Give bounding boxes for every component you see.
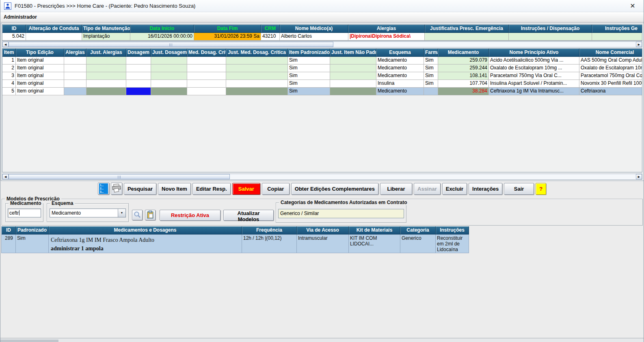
grid-cell[interactable]: 4 (2, 80, 16, 87)
column-header[interactable]: Instruções / Dispensação (509, 25, 592, 32)
column-header[interactable]: Kit de Materiais (349, 226, 400, 234)
pesquisar-button[interactable]: Pesquisar (124, 183, 156, 195)
grid-cell[interactable] (151, 80, 187, 87)
column-header[interactable]: Instruções Ge (592, 25, 642, 32)
grid-cell[interactable]: |Dipirona\Dipirona Sódica\ (348, 33, 425, 40)
column-header[interactable]: CRM (261, 25, 280, 32)
column-header[interactable]: Nome Médico(a) (280, 25, 348, 32)
grid-cell[interactable] (509, 33, 592, 40)
grid-cell[interactable] (226, 88, 288, 95)
grid-cell[interactable]: Oxalato de Escitalopram 10mg ... (489, 65, 579, 72)
grid-cell[interactable] (592, 33, 642, 40)
grid-cell[interactable] (126, 65, 151, 72)
grid-cell[interactable]: Reconstituir em 2ml de Lidocaína (436, 234, 469, 253)
grid-cell[interactable]: 2 (2, 65, 16, 72)
grid-cell[interactable] (64, 88, 86, 95)
column-header[interactable]: Alergias (64, 49, 86, 56)
grid-cell[interactable] (86, 88, 126, 95)
column-header[interactable]: ID (2, 226, 16, 234)
model-row[interactable]: 289 Sim Ceftriaxona 1g IM IM Frasco Ampo… (2, 234, 469, 253)
grid-cell[interactable]: 5 (2, 88, 16, 95)
grid-cell[interactable]: Sim (288, 57, 330, 64)
grid-cell[interactable] (126, 72, 151, 80)
column-header[interactable]: Data Início (130, 25, 194, 32)
grid-cell[interactable]: Sim (16, 234, 49, 253)
item-row[interactable]: 2Item originalSimMedicamentoSim259.244Ox… (2, 65, 642, 72)
column-header[interactable]: Categoria (400, 226, 436, 234)
grid-cell[interactable]: Novomix 30 Penfill Refil 100UI (579, 80, 642, 87)
grid-cell[interactable]: 289 (2, 234, 16, 253)
grid-cell[interactable] (86, 57, 126, 64)
grid-cell[interactable]: Alberto Carlos (280, 33, 348, 40)
grid-cell[interactable]: 38.284 (438, 88, 489, 95)
scrollbar-thumb[interactable] (9, 42, 333, 47)
grid-cell[interactable] (151, 88, 187, 95)
grid-cell[interactable]: 1 (2, 57, 16, 64)
grid-cell[interactable] (86, 65, 126, 72)
column-header[interactable]: Justificativa Presc. Emergência (425, 25, 509, 32)
grid-cell[interactable]: Sim (424, 80, 438, 87)
atualizar-modelos-button[interactable]: Atualizar Modelos (223, 210, 274, 221)
column-header[interactable]: Medicamentos e Dosagens (49, 226, 242, 234)
grid-cell[interactable] (187, 80, 226, 87)
column-header[interactable]: Esquema (376, 49, 424, 56)
grid-cell[interactable]: 107.704 (438, 80, 489, 87)
column-header[interactable]: Just. Med. Dosag. Crítica (226, 49, 288, 56)
column-header[interactable]: Med. Dosag. Crít (187, 49, 226, 56)
excluir-button[interactable]: Excluir (442, 183, 467, 195)
grid-cell[interactable]: Item original (16, 80, 64, 87)
column-header[interactable]: Padronizado (16, 226, 49, 234)
grid-cell[interactable]: Item original (16, 88, 64, 95)
novo-item-button[interactable]: Novo Item (158, 183, 191, 195)
grid-cell[interactable]: Sim (424, 57, 438, 64)
grid-cell[interactable] (424, 88, 438, 95)
sair-button[interactable]: Sair (504, 183, 534, 195)
grid-cell[interactable]: Ceftriaxona 1g IM Via Intramusc... (489, 88, 579, 95)
grid-cell[interactable]: Medicamento (376, 72, 424, 80)
column-header[interactable]: Tipo de Manutenção (82, 25, 130, 32)
grid-cell[interactable]: AAS 500mg Oral Comp Adulto (579, 57, 642, 64)
grid-cell[interactable] (64, 65, 86, 72)
grid-cell[interactable]: 3 (2, 72, 16, 80)
column-header[interactable]: Just. Item Não Padrão (330, 49, 376, 56)
grid-cell[interactable]: 5.042 (2, 33, 26, 40)
scroll-right-icon[interactable]: ▶ (636, 42, 642, 47)
grid-cell[interactable]: Sim (288, 65, 330, 72)
grid-cell[interactable] (151, 57, 187, 64)
grid-cell[interactable] (330, 72, 376, 80)
column-header[interactable]: Nome Princípio Ativo (489, 49, 579, 56)
grid-cell[interactable]: Insulina (376, 80, 424, 87)
grid-cell[interactable] (26, 33, 82, 40)
print-button[interactable] (111, 183, 122, 195)
item-row[interactable]: 1Item originalSimMedicamentoSim259.079Ac… (2, 57, 642, 65)
grid-cell[interactable]: Medicamento (376, 88, 424, 95)
grid-cell[interactable] (226, 72, 288, 80)
obter-edicoes-complementares-button[interactable]: Obter Edições Complementares (291, 183, 378, 195)
liberar-button[interactable]: Liberar (380, 183, 412, 195)
grid-cell[interactable]: 12h / 12h |(00,12) (242, 234, 297, 253)
grid-cell[interactable] (330, 88, 376, 95)
salvar-button[interactable]: Salvar (232, 183, 260, 195)
column-header[interactable]: Just. Dosagem (151, 49, 187, 56)
grid-cell[interactable] (86, 80, 126, 87)
scrollbar-thumb[interactable] (9, 174, 230, 179)
column-header[interactable]: Alergias (348, 25, 425, 32)
grid-cell[interactable]: 43210 (261, 33, 280, 40)
grid-cell[interactable]: Acido Acetilsalicilico 500mg Via ... (489, 57, 579, 64)
grid-cell[interactable] (151, 65, 187, 72)
column-header[interactable]: Tipo Edição (16, 49, 64, 56)
item-row[interactable]: 3Item originalSimMedicamentoSim108.141Pa… (2, 72, 642, 80)
grid-cell[interactable] (425, 33, 509, 40)
grid-cell[interactable]: Sim (424, 72, 438, 80)
column-header[interactable]: Instruções (436, 226, 469, 234)
grid-cell[interactable] (330, 57, 376, 64)
column-header[interactable]: Item Padronizado (288, 49, 330, 56)
grid-cell[interactable] (187, 57, 226, 64)
grid-cell[interactable]: Sim (424, 65, 438, 72)
grid-cell[interactable]: Oxalato de Escitalopram 10mg (579, 65, 642, 72)
grid-cell[interactable]: Item original (16, 57, 64, 64)
paste-model-button[interactable] (145, 210, 156, 220)
medicamento-search-input[interactable]: ceftr (8, 209, 41, 217)
grid-cell[interactable] (64, 57, 86, 64)
column-header[interactable]: Farmá (424, 49, 438, 56)
